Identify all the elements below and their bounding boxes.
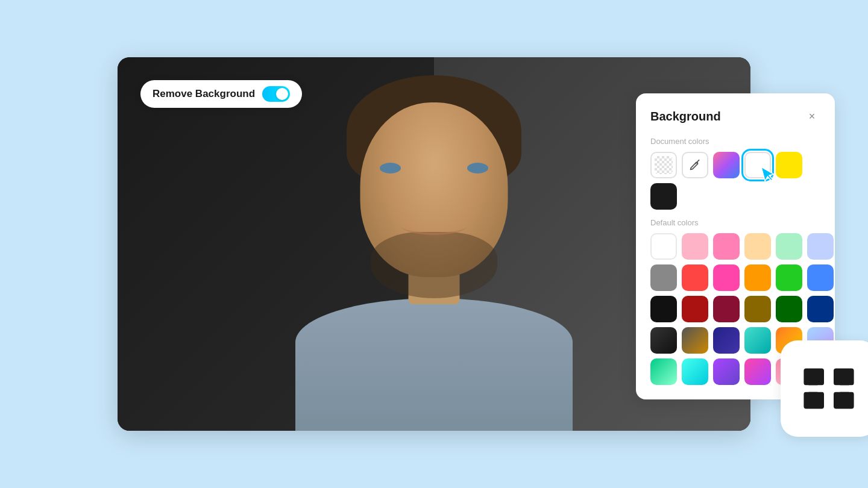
svg-rect-1 <box>804 392 824 409</box>
dc-periwinkle[interactable] <box>807 233 834 260</box>
panel-header: Background × <box>650 108 820 125</box>
main-container: Remove Background Background × Document … <box>69 45 799 443</box>
dc-peach[interactable] <box>744 233 771 260</box>
dc-green-teal[interactable] <box>650 358 677 385</box>
toggle-label: Remove Background <box>153 88 255 100</box>
dc-dark-blue[interactable] <box>807 296 834 322</box>
svg-marker-6 <box>824 392 834 409</box>
toggle-knob <box>276 88 288 100</box>
color-swatch-eyedropper[interactable] <box>682 152 708 178</box>
dc-dark-red[interactable] <box>682 296 708 322</box>
color-swatch-yellow[interactable] <box>776 152 802 178</box>
close-button[interactable]: × <box>804 108 820 125</box>
person-eyes <box>380 163 488 174</box>
svg-marker-5 <box>824 368 834 385</box>
dc-magenta[interactable] <box>744 358 771 385</box>
person-smile <box>401 217 467 235</box>
dc-purple[interactable] <box>713 358 740 385</box>
dc-gray[interactable] <box>650 264 677 291</box>
person-beard <box>371 232 497 298</box>
svg-rect-3 <box>834 392 854 409</box>
capcut-logo-icon <box>799 364 859 413</box>
default-colors-label: Default colors <box>650 218 820 227</box>
remove-background-toggle-container: Remove Background <box>140 80 302 108</box>
panel-title: Background <box>650 110 721 124</box>
dc-gold-grad[interactable] <box>682 327 708 354</box>
dc-mint[interactable] <box>776 233 802 260</box>
dc-dark-green[interactable] <box>776 296 802 322</box>
dc-indigo[interactable] <box>713 327 740 354</box>
dc-green[interactable] <box>776 264 802 291</box>
color-swatch-white[interactable] <box>744 152 771 178</box>
person-overlay <box>277 69 591 431</box>
dc-white[interactable] <box>650 233 677 260</box>
document-colors-row <box>650 152 820 210</box>
dc-red[interactable] <box>682 264 708 291</box>
toggle-switch[interactable] <box>262 86 290 102</box>
dc-aqua[interactable] <box>682 358 708 385</box>
dc-hot-pink[interactable] <box>713 264 740 291</box>
dc-pink[interactable] <box>713 233 740 260</box>
color-swatch-rainbow[interactable] <box>713 152 740 178</box>
color-swatch-black[interactable] <box>650 183 677 210</box>
capcut-badge <box>781 340 868 437</box>
dc-brown[interactable] <box>744 296 771 322</box>
color-swatch-transparent[interactable] <box>650 152 677 178</box>
svg-rect-2 <box>834 368 854 385</box>
svg-rect-4 <box>800 385 858 392</box>
svg-rect-0 <box>804 368 824 385</box>
dc-black[interactable] <box>650 296 677 322</box>
document-colors-label: Document colors <box>650 137 820 146</box>
dc-blue[interactable] <box>807 264 834 291</box>
person-shirt <box>295 298 573 431</box>
dc-maroon[interactable] <box>713 296 740 322</box>
dc-light-pink[interactable] <box>682 233 708 260</box>
dc-dark-gray[interactable] <box>650 327 677 354</box>
dc-teal[interactable] <box>744 327 771 354</box>
dc-orange[interactable] <box>744 264 771 291</box>
